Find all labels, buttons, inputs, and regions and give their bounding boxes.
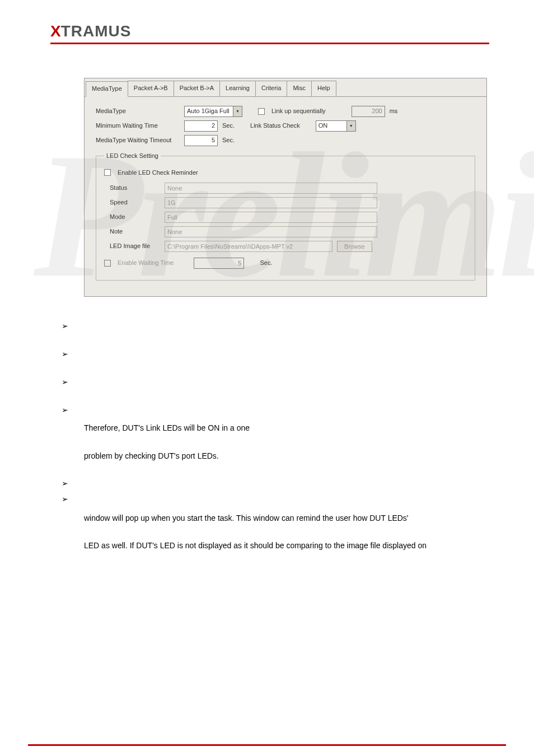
mediatype-select[interactable]: Auto 1Giga Full ▼ bbox=[184, 106, 242, 117]
minwait-input[interactable]: 2 bbox=[184, 120, 218, 132]
tab-misc[interactable]: Misc bbox=[287, 81, 312, 96]
note-label: Note bbox=[110, 226, 160, 237]
bullet-3: ➢ bbox=[62, 375, 512, 390]
browse-button[interactable]: Browse bbox=[337, 241, 372, 252]
tab-mediatype[interactable]: MediaType bbox=[86, 81, 128, 97]
para-3: window will pop up when you start the ta… bbox=[84, 511, 512, 525]
para-2: problem by checking DUT's port LEDs. bbox=[84, 449, 512, 463]
mtwt-input[interactable]: 5 bbox=[184, 135, 218, 146]
imgfile-input[interactable]: C:\Program Files\NuStreams\\\DApps-MPT v… bbox=[165, 241, 332, 252]
led-check-group: LED Check Setting Enable LED Check Remin… bbox=[96, 151, 475, 281]
linkstatus-select[interactable]: ON ▼ bbox=[316, 120, 356, 132]
chevron-down-icon: ▼ bbox=[233, 106, 242, 116]
logo-x: X bbox=[50, 22, 61, 40]
footer-rule bbox=[28, 744, 506, 746]
tab-learning[interactable]: Learning bbox=[219, 81, 256, 96]
mediatype-dialog: MediaType Packet A->B Packet B->A Learni… bbox=[84, 78, 487, 297]
mtwt-label: MediaType Waiting Timeout bbox=[96, 135, 180, 146]
tab-packet-ba[interactable]: Packet B->A bbox=[174, 81, 220, 96]
bullet-icon: ➢ bbox=[62, 403, 68, 417]
tab-bar: MediaType Packet A->B Packet B->A Learni… bbox=[85, 78, 486, 97]
bullet-icon: ➢ bbox=[62, 492, 68, 506]
minwait-unit: Sec. bbox=[222, 120, 235, 132]
mode-label: Mode bbox=[110, 212, 160, 223]
tab-packet-ab[interactable]: Packet A->B bbox=[128, 81, 174, 96]
mediatype-value: Auto 1Giga Full bbox=[187, 106, 233, 117]
bullet-icon: ➢ bbox=[62, 319, 68, 333]
mode-input[interactable]: Full bbox=[165, 212, 377, 223]
tab-criteria[interactable]: Criteria bbox=[255, 81, 287, 96]
bullet-icon: ➢ bbox=[62, 375, 68, 389]
speed-input[interactable]: 1G bbox=[165, 197, 377, 208]
bullet-6: ➢ bbox=[62, 492, 512, 507]
linkup-ms-input[interactable]: 200 bbox=[352, 106, 385, 117]
status-label: Status bbox=[110, 183, 160, 194]
linkup-checkbox[interactable] bbox=[258, 108, 265, 115]
logo-rest: TRAMUS bbox=[61, 22, 132, 40]
status-input[interactable]: None bbox=[165, 183, 377, 194]
enable-wait-input[interactable]: 5 bbox=[194, 258, 244, 269]
mediatype-label: MediaType bbox=[96, 106, 180, 117]
para-4: LED as well. If DUT's LED is not display… bbox=[84, 539, 512, 553]
mtwt-unit: Sec. bbox=[222, 135, 235, 146]
note-input[interactable]: None bbox=[165, 226, 377, 237]
linkup-label: Link up sequentially bbox=[271, 106, 326, 117]
enable-wait-label: Enable Waiting Time bbox=[118, 258, 174, 269]
linkup-ms-unit: ms bbox=[390, 106, 398, 117]
bullet-5: ➢ bbox=[62, 477, 512, 491]
chevron-down-icon: ▼ bbox=[346, 121, 355, 131]
logo: XTRAMUS bbox=[50, 22, 512, 40]
enable-led-checkbox[interactable] bbox=[104, 169, 111, 176]
enable-led-label: Enable LED Check Reminder bbox=[118, 167, 198, 179]
logo-rule bbox=[50, 43, 489, 44]
footer bbox=[28, 744, 506, 746]
led-group-legend: LED Check Setting bbox=[104, 151, 161, 162]
bullet-2: ➢ bbox=[62, 347, 512, 362]
bullet-icon: ➢ bbox=[62, 477, 68, 491]
bullet-icon: ➢ bbox=[62, 347, 68, 361]
enable-wait-unit: Sec. bbox=[260, 258, 272, 269]
imgfile-label: LED Image file bbox=[110, 241, 160, 252]
linkstatus-label: Link Status Check bbox=[250, 120, 300, 132]
speed-label: Speed bbox=[110, 197, 160, 208]
para-1: Therefore, DUT's Link LEDs will be ON in… bbox=[84, 421, 512, 435]
linkstatus-value: ON bbox=[318, 120, 346, 132]
tab-help[interactable]: Help bbox=[311, 81, 336, 96]
enable-wait-checkbox[interactable] bbox=[104, 260, 111, 267]
bullet-4: ➢ bbox=[62, 403, 512, 418]
minwait-label: Minimum Waiting Time bbox=[96, 120, 180, 132]
bullet-1: ➢ bbox=[62, 319, 512, 334]
